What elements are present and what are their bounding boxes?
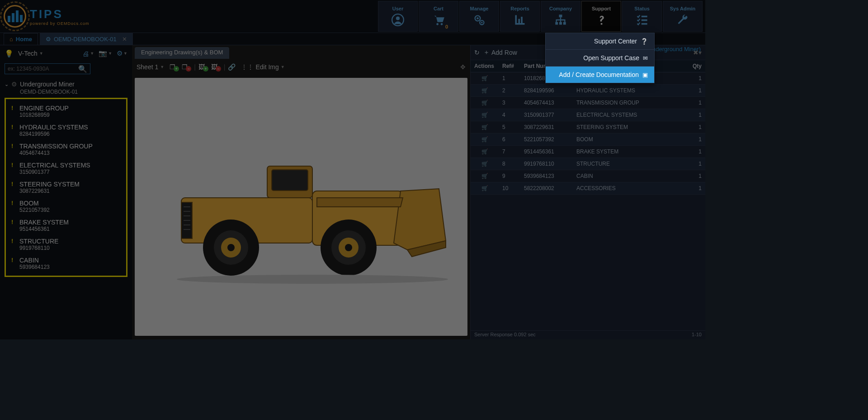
tree-item-title: BOOM xyxy=(19,200,50,207)
svg-point-31 xyxy=(227,244,235,251)
logo-subtitle: powered by OEMDocs.com xyxy=(30,21,90,26)
row-cart-icon[interactable]: 🛒 xyxy=(471,72,499,84)
sidebar-toolbar: 💡 V-Tech ▼ 🖨▼ 📷▼ ⚙▼ xyxy=(0,45,132,62)
col-qty[interactable]: Qty xyxy=(685,60,705,72)
logo[interactable]: TIPS powered by OEMDocs.com xyxy=(4,5,90,28)
camera-icon[interactable]: 📷▼ xyxy=(99,49,112,57)
image-remove-icon[interactable]: 🖼− xyxy=(211,62,221,72)
nav-user[interactable]: User xyxy=(378,1,418,32)
drag-handle-icon: ⋮⋮ xyxy=(241,63,254,71)
tree-item[interactable]: !TRANSMISSION GROUP4054674413 xyxy=(9,140,123,159)
cell-part-number: 5939684123 xyxy=(520,170,573,182)
tree-item-code: 9514456361 xyxy=(19,226,69,232)
support-menu-add-documentation[interactable]: Add / Create Documentation▣ xyxy=(546,67,654,83)
row-cart-icon[interactable]: 🛒 xyxy=(471,85,499,96)
support-menu-open-case[interactable]: Open Support Case✉ xyxy=(546,50,654,67)
svg-point-1 xyxy=(396,16,400,20)
nav-support[interactable]: Support xyxy=(581,1,621,32)
edit-image-button[interactable]: ⋮⋮ Edit Img ▼ xyxy=(241,63,284,71)
logo-bars-icon xyxy=(8,10,23,22)
nav-status[interactable]: Status xyxy=(622,1,662,32)
tree-item-code: 3150901377 xyxy=(19,169,90,175)
svg-point-7 xyxy=(481,22,483,24)
main-layout: 💡 V-Tech ▼ 🖨▼ 📷▼ ⚙▼ 🔍 ⌄ ⚙ Underground Mi… xyxy=(0,45,705,339)
nav-cart[interactable]: Cart 0 xyxy=(419,1,458,32)
table-row[interactable]: 🛒53087229631STEERING SYSTEM1 xyxy=(471,121,705,134)
cell-qty: 1 xyxy=(685,134,705,145)
cell-part-number: 9919768110 xyxy=(520,158,573,170)
tree-root-name: Underground Miner xyxy=(20,81,75,88)
tree-root[interactable]: ⌄ ⚙ Underground Miner xyxy=(5,79,127,90)
wrench-icon xyxy=(676,13,689,27)
support-menu-support-center[interactable]: Support Center❔ xyxy=(546,33,654,50)
copy-add-icon[interactable]: ❐+ xyxy=(170,62,179,72)
row-cart-icon[interactable]: 🛒 xyxy=(471,170,499,182)
table-row[interactable]: 🛒79514456361BRAKE SYSTEM1 xyxy=(471,146,705,158)
settings-icon[interactable]: ⚙▼ xyxy=(117,49,127,57)
col-ref[interactable]: Ref# xyxy=(499,60,520,72)
tree-item-title: HYDRAULIC SYSTEMS xyxy=(19,124,88,131)
tree-highlight-box: !ENGINE GROUP1018268959!HYDRAULIC SYSTEM… xyxy=(5,98,127,277)
table-row[interactable]: 🛒89919768110STRUCTURE1 xyxy=(471,158,705,170)
table-row[interactable]: 🛒65221057392BOOM1 xyxy=(471,134,705,146)
nav-sysadmin[interactable]: Sys Admin xyxy=(663,1,703,32)
tab-document[interactable]: ⚙ OEMD-DEMOBOOK-01 ✕ xyxy=(40,33,133,45)
row-cart-icon[interactable]: 🛒 xyxy=(471,146,499,158)
table-row[interactable]: 🛒105822208002ACCESSORIES1 xyxy=(471,182,705,195)
tree-item[interactable]: !ELECTRICAL SYSTEMS3150901377 xyxy=(9,159,123,178)
table-row[interactable]: 🛒95939684123CABIN1 xyxy=(471,170,705,182)
svg-point-35 xyxy=(345,244,352,251)
sheet-toolbar: Sheet 1 ▼ ❐+ ❐− | 🖼+ 🖼− | 🔗 ⋮⋮ Edit Img … xyxy=(132,59,470,75)
row-cart-icon[interactable]: 🛒 xyxy=(471,121,499,133)
cell-part-number: 3087229631 xyxy=(520,121,573,133)
tree-item-code: 5939684123 xyxy=(19,264,50,270)
add-row-button[interactable]: ＋ Add Row xyxy=(483,48,517,57)
lightbulb-icon[interactable]: 💡 xyxy=(5,49,14,58)
move-handle-icon[interactable]: ✥ xyxy=(460,63,466,71)
tab-home-label: Home xyxy=(16,36,32,43)
server-response-time: Server Response 0.092 sec xyxy=(474,332,536,339)
row-cart-icon[interactable]: 🛒 xyxy=(471,109,499,121)
tree-item[interactable]: !CABIN5939684123 xyxy=(9,254,123,273)
row-cart-icon[interactable]: 🛒 xyxy=(471,134,499,145)
tree-item[interactable]: !STRUCTURE9919768110 xyxy=(9,235,123,254)
close-icon[interactable]: ✕ xyxy=(122,36,127,43)
nav-manage[interactable]: Manage xyxy=(459,1,499,32)
tree-item[interactable]: !BOOM5221057392 xyxy=(9,197,123,216)
refresh-icon[interactable]: ↻ xyxy=(474,49,480,56)
row-cart-icon[interactable]: 🛒 xyxy=(471,182,499,194)
row-cart-icon[interactable]: 🛒 xyxy=(471,158,499,170)
nav-company[interactable]: Company xyxy=(541,1,580,32)
table-row[interactable]: 🛒43150901377ELECTRICAL SYSTEMS1 xyxy=(471,109,705,121)
drawing-canvas[interactable] xyxy=(135,78,467,336)
org-selector[interactable]: V-Tech ▼ xyxy=(18,50,43,57)
chevron-down-icon: ⌄ xyxy=(5,81,9,87)
nav-reports[interactable]: Reports xyxy=(500,1,540,32)
col-actions[interactable]: Actions xyxy=(471,60,499,72)
image-add-icon[interactable]: 🖼+ xyxy=(198,62,208,72)
row-cart-icon[interactable]: 🛒 xyxy=(471,97,499,109)
copy-remove-icon[interactable]: ❐− xyxy=(182,62,191,72)
print-icon[interactable]: 🖨▼ xyxy=(82,50,94,57)
svg-rect-12 xyxy=(559,22,562,25)
tab-home[interactable]: ⌂ Home xyxy=(4,33,38,45)
tree-item[interactable]: !ENGINE GROUP1018268959 xyxy=(9,102,123,121)
sheet-selector[interactable]: Sheet 1 ▼ xyxy=(137,63,164,71)
cell-ref: 1 xyxy=(499,72,520,84)
main-nav: User Cart 0 Manage Reports Company Suppo… xyxy=(378,1,705,32)
link-icon[interactable]: 🔗 xyxy=(228,63,236,71)
doc-tab-bom[interactable]: Engineering Drawing(s) & BOM xyxy=(135,47,229,59)
tree-item[interactable]: !HYDRAULIC SYSTEMS8284199596 xyxy=(9,121,123,140)
tab-doc-label: OEMD-DEMOBOOK-01 xyxy=(54,36,117,43)
search-input[interactable] xyxy=(8,66,78,72)
tree-item[interactable]: !BRAKE SYSTEM9514456361 xyxy=(9,216,123,235)
tree-item[interactable]: !STEERING SYSTEM3087229631 xyxy=(9,178,123,197)
tree-item-title: STEERING SYSTEM xyxy=(19,181,80,188)
search-icon[interactable]: 🔍 xyxy=(78,65,87,73)
table-row[interactable]: 🛒28284199596HYDRAULIC SYSTEMS1 xyxy=(471,85,705,97)
breadcrumb-path[interactable]: nderground Miner) xyxy=(652,46,701,52)
nav-tree: ⌄ ⚙ Underground Miner OEMD-DEMOBOOK-01 !… xyxy=(0,76,132,339)
table-row[interactable]: 🛒34054674413TRANSMISSION GROUP1 xyxy=(471,97,705,109)
exclaim-icon: ! xyxy=(11,143,15,156)
cart-icon xyxy=(432,13,445,27)
